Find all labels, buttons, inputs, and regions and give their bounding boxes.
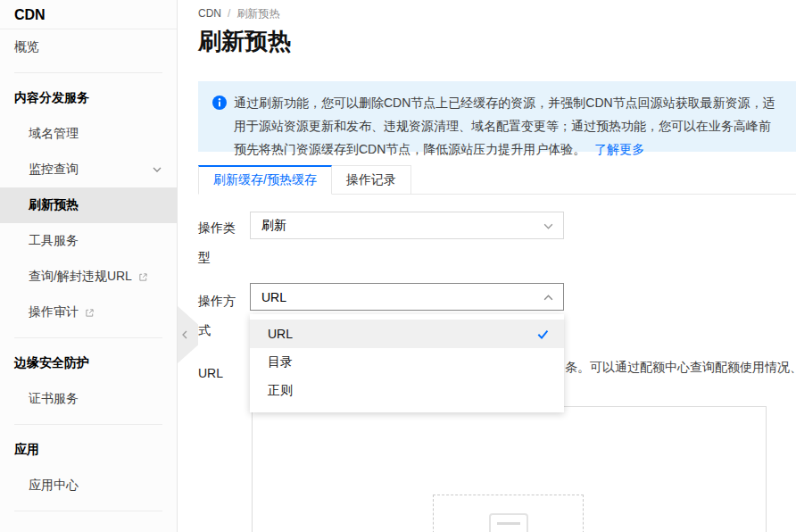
dropdown-option-url[interactable]: URL	[250, 320, 564, 348]
sidebar-item-domain-management[interactable]: 域名管理	[0, 116, 177, 152]
divider	[14, 72, 162, 73]
sidebar-item-label: 刷新预热	[29, 197, 79, 213]
sidebar-item-certificate-service[interactable]: 证书服务	[0, 381, 177, 417]
banner-text: 通过刷新功能，您可以删除CDN节点上已经缓存的资源，并强制CDN节点回源站获取最…	[234, 96, 775, 156]
divider	[14, 424, 162, 425]
breadcrumb-current: 刷新预热	[236, 7, 279, 20]
sidebar-item-overview[interactable]: 概览	[0, 29, 177, 65]
external-link-icon	[85, 308, 95, 318]
sidebar-item-app-center[interactable]: 应用中心	[0, 468, 177, 503]
url-label: URL	[198, 359, 245, 388]
operation-method-dropdown: URL 目录 正则	[250, 314, 564, 412]
operation-type-label: 操作类型	[198, 213, 245, 272]
sidebar-item-label: 监控查询	[29, 162, 79, 178]
option-label: 正则	[268, 383, 293, 399]
sidebar-item-label: 域名管理	[29, 126, 79, 142]
breadcrumb-root[interactable]: CDN	[198, 7, 221, 20]
sidebar-item-operation-audit[interactable]: 操作审计	[0, 295, 177, 330]
info-banner: 通过刷新功能，您可以删除CDN节点上已经缓存的资源，并强制CDN节点回源站获取最…	[198, 81, 796, 152]
operation-type-select[interactable]: 刷新	[250, 212, 564, 239]
main-content: CDN/刷新预热 刷新预热 通过刷新功能，您可以删除CDN节点上已经缓存的资源，…	[178, 0, 796, 532]
document-icon	[489, 513, 528, 532]
sidebar-item-refresh-prefetch[interactable]: 刷新预热	[0, 187, 177, 223]
tab-refresh-prefetch-cache[interactable]: 刷新缓存/预热缓存	[198, 165, 332, 195]
sidebar-section-content-distribution: 内容分发服务	[0, 80, 177, 116]
sidebar-item-label: 概览	[14, 39, 39, 55]
sidebar-item-label: 工具服务	[29, 233, 79, 249]
tab-operation-records[interactable]: 操作记录	[332, 165, 411, 194]
url-empty-state	[433, 495, 584, 532]
sidebar-item-label: 应用中心	[29, 478, 79, 494]
dropdown-option-regex[interactable]: 正则	[250, 377, 564, 405]
quota-hint-text: 条。可以通过配额中心查询配额使用情况、	[565, 360, 796, 376]
chevron-down-icon	[152, 164, 162, 175]
chevron-left-icon	[180, 329, 189, 340]
page-title: 刷新预热	[198, 26, 291, 57]
product-title: CDN	[0, 0, 177, 29]
sidebar: CDN 概览 内容分发服务 域名管理 监控查询 刷新预热 工具服务 查询/解封违…	[0, 0, 178, 532]
external-link-icon	[138, 272, 148, 282]
sidebar-section-edge-security: 边缘安全防护	[0, 345, 177, 381]
sidebar-item-query-unblock-url[interactable]: 查询/解封违规URL	[0, 259, 177, 295]
tab-label: 操作记录	[346, 172, 396, 188]
sidebar-item-label: 操作审计	[29, 304, 79, 320]
chevron-up-icon	[543, 292, 554, 303]
option-label: URL	[268, 327, 293, 341]
url-textarea[interactable]	[252, 406, 767, 532]
tab-label: 刷新缓存/预热缓存	[213, 172, 317, 188]
sidebar-item-label: 查询/解封违规URL	[29, 269, 132, 285]
operation-method-label: 操作方式	[198, 287, 245, 345]
learn-more-link[interactable]: 了解更多	[594, 142, 644, 156]
breadcrumb-separator: /	[228, 7, 230, 20]
sidebar-item-tool-service[interactable]: 工具服务	[0, 223, 177, 259]
sidebar-item-monitor-query[interactable]: 监控查询	[0, 152, 177, 187]
check-icon	[536, 328, 550, 341]
tab-bar: 刷新缓存/预热缓存 操作记录	[198, 165, 796, 195]
chevron-down-icon	[543, 220, 554, 232]
dropdown-option-directory[interactable]: 目录	[250, 348, 564, 377]
breadcrumb: CDN/刷新预热	[198, 6, 279, 21]
divider	[14, 511, 162, 511]
option-label: 目录	[268, 354, 293, 370]
operation-method-value: URL	[261, 290, 286, 304]
operation-method-select[interactable]: URL	[250, 283, 564, 311]
sidebar-item-label: 证书服务	[29, 391, 79, 407]
divider	[14, 337, 162, 338]
sidebar-section-apps: 应用	[0, 432, 177, 468]
info-icon	[212, 96, 227, 110]
operation-type-value: 刷新	[261, 218, 286, 234]
